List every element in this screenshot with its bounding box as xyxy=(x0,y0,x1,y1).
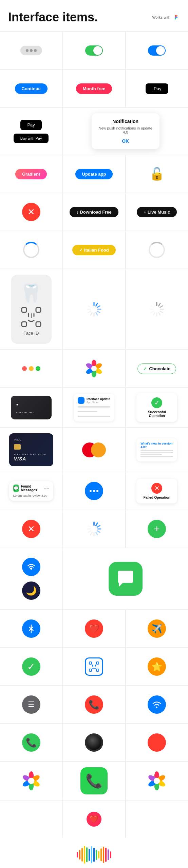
success-cell: ✓ Successful Operation xyxy=(126,388,188,427)
chocolate-cell: ✓ Chocolate xyxy=(126,350,188,387)
x-circle-2[interactable]: ✕ xyxy=(22,520,40,538)
update-app-button[interactable]: Update app xyxy=(75,169,113,179)
face-id-container: 🦷 Face ID xyxy=(11,275,52,344)
dark-circle-svg xyxy=(87,735,101,750)
svg-rect-3 xyxy=(36,322,41,327)
photos-pinwheel-2 xyxy=(146,770,167,791)
works-with-label: Works with xyxy=(152,14,180,21)
phone-call-icon[interactable]: 📞 xyxy=(22,733,40,752)
whatsnew-line-3 xyxy=(140,454,162,455)
svg-rect-54 xyxy=(89,669,92,671)
update-app-icon xyxy=(78,397,84,404)
month-free-button[interactable]: Month free xyxy=(76,83,112,94)
notification-card: Notification New push notifications in u… xyxy=(92,113,159,149)
three-dots-btn-cell xyxy=(63,472,125,510)
svg-line-15 xyxy=(88,311,91,313)
mastercard-cell xyxy=(63,428,125,472)
heart-icon[interactable]: ❤️ xyxy=(85,619,103,638)
svg-rect-1 xyxy=(36,308,41,312)
siri-bar-12 xyxy=(103,847,104,863)
face-id-label: Face ID xyxy=(23,331,39,336)
row-bluetooth-heart-plane: ❤️ ✈️ xyxy=(0,610,188,647)
visa-card: VISA •••• •••• •••• 3456 VISA xyxy=(9,433,53,466)
empty-cell-right xyxy=(126,801,188,838)
airdrop-icon[interactable] xyxy=(22,558,40,576)
siri-bar-5 xyxy=(86,847,88,862)
plus-circle[interactable]: + xyxy=(148,520,166,538)
row-visa-mc: VISA •••• •••• •••• 3456 VISA What's new… xyxy=(0,428,188,472)
row-cards: ▪ •••• •••• •••• Interface update App St… xyxy=(0,388,188,427)
svg-line-49 xyxy=(88,526,91,527)
continue-button[interactable]: Continue xyxy=(15,83,48,94)
whatsnew-lines xyxy=(140,450,173,457)
row-toggles xyxy=(0,32,188,69)
siri-bar-9 xyxy=(96,850,97,860)
fail-icon: ✕ xyxy=(151,483,162,494)
chat-dot-3 xyxy=(34,49,37,52)
toggle-green-cell[interactable] xyxy=(63,32,125,69)
toggle-blue-cell[interactable] xyxy=(126,32,188,69)
apple-pay-button-2[interactable]: Pay xyxy=(20,120,41,130)
siri-bar-4 xyxy=(84,846,85,864)
star-icon[interactable]: ⭐ xyxy=(148,657,166,676)
italian-food-button[interactable]: ✓ Italian Food xyxy=(72,245,116,255)
whatsnew-card: What's new in version 4.0? xyxy=(136,438,177,461)
moon-icon[interactable]: 🌙 xyxy=(22,581,40,600)
siri-bar-11 xyxy=(100,848,102,861)
dot-green xyxy=(36,366,40,371)
gradient-button[interactable]: Gradient xyxy=(15,169,47,179)
siri-bar-6 xyxy=(89,849,90,861)
face-id-blue-cell xyxy=(63,648,125,685)
notification-title: Notification xyxy=(98,119,153,124)
chat-dot-1 xyxy=(26,49,29,52)
x-circle-cell: ✕ xyxy=(0,193,62,231)
dark-card-cell: ▪ •••• •••• •••• xyxy=(0,388,62,427)
wifi-icon[interactable] xyxy=(148,695,166,714)
notification-body: New push notifications in update 4.0 xyxy=(98,126,153,134)
face-id-svg xyxy=(21,307,41,327)
siri-cell xyxy=(0,838,188,868)
heart-small-icon[interactable]: ❤️ xyxy=(87,812,101,827)
svg-point-74 xyxy=(154,778,160,784)
live-music-button[interactable]: + Live Music xyxy=(137,207,177,217)
hamburger-icon[interactable]: ☰ xyxy=(22,695,40,714)
chocolate-button[interactable]: ✓ Chocolate xyxy=(137,363,176,374)
heart-cell: ❤️ xyxy=(63,610,125,647)
row-menu-phone-wifi: ☰ 📞 xyxy=(0,686,188,723)
row-applepay-notif: Pay Buy with Pay Notification New push n… xyxy=(0,108,188,155)
photos-app-icon-2[interactable] xyxy=(143,767,170,794)
updateapp-btn-cell: Update app xyxy=(63,155,125,193)
heart-small-cell: ❤️ xyxy=(63,801,125,838)
svg-line-44 xyxy=(96,532,97,535)
dark-circle-cell xyxy=(63,724,125,761)
face-id-blue-svg xyxy=(89,662,99,672)
dark-circle xyxy=(85,733,103,752)
apple-pay-button-1[interactable]: Pay xyxy=(146,83,168,94)
three-dots-button[interactable] xyxy=(85,482,103,500)
row-buttons-1: Continue Month free Pay xyxy=(0,70,188,107)
row-heart-small: ❤️ xyxy=(0,801,188,838)
check-icon-circle[interactable]: ✓ xyxy=(22,657,40,676)
phone-app-icon[interactable]: 📞 xyxy=(80,767,108,794)
success-text: Successful Operation xyxy=(140,410,173,418)
notification-ok-button[interactable]: OK xyxy=(98,138,153,144)
dot-1 xyxy=(90,490,92,492)
toggle-blue[interactable] xyxy=(148,45,166,56)
x-circle-icon[interactable]: ✕ xyxy=(22,203,40,221)
face-id-blue-icon[interactable] xyxy=(85,657,103,676)
plane-icon[interactable]: ✈️ xyxy=(148,619,166,638)
success-icon: ✓ xyxy=(151,397,162,408)
face-id-icon: 🦷 xyxy=(20,283,42,303)
end-call-icon[interactable]: 📞 xyxy=(85,695,103,714)
row-dots-photos-choc: ✓ Chocolate xyxy=(0,350,188,387)
bluetooth-cell xyxy=(0,610,62,647)
toggle-green[interactable] xyxy=(85,45,103,56)
svg-line-24 xyxy=(159,313,161,315)
photos-app-icon-1[interactable] xyxy=(18,767,45,794)
interface-update-card: Interface update App Store xyxy=(74,394,114,421)
buy-with-apple-pay-button[interactable]: Buy with Pay xyxy=(14,134,49,143)
download-free-button[interactable]: ↓ Download Free xyxy=(70,207,118,217)
bluetooth-icon[interactable] xyxy=(22,619,40,638)
hamburger-cell: ☰ xyxy=(0,686,62,723)
monthfree-cell: Month free xyxy=(63,70,125,107)
